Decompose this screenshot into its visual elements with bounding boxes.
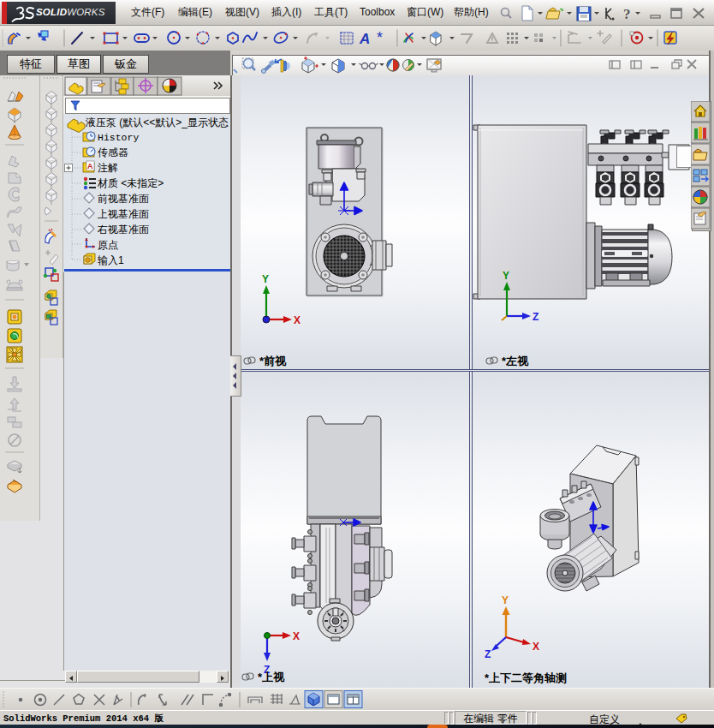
svg-text:Y: Y xyxy=(262,273,269,285)
svg-text:输入1: 输入1 xyxy=(98,254,124,266)
svg-text:*上视: *上视 xyxy=(258,671,285,683)
svg-text:X: X xyxy=(533,641,539,653)
svg-text:液压泵 (默认<<默认>_显示状态: 液压泵 (默认<<默认>_显示状态 xyxy=(85,116,229,128)
svg-text:传感器: 传感器 xyxy=(98,146,128,158)
svg-text:X: X xyxy=(294,314,300,326)
svg-text:A: A xyxy=(87,162,93,170)
svg-text:原点: 原点 xyxy=(98,239,118,251)
svg-text:History: History xyxy=(98,132,139,143)
svg-text:*前视: *前视 xyxy=(259,355,287,367)
svg-text:X: X xyxy=(293,630,300,642)
svg-text:*左视: *左视 xyxy=(502,355,529,367)
svg-text:*: * xyxy=(377,29,383,46)
svg-text:*上下二等角轴测: *上下二等角轴测 xyxy=(485,671,567,684)
svg-text:?: ? xyxy=(623,6,631,22)
svg-text:A: A xyxy=(359,31,370,47)
svg-text:Z: Z xyxy=(485,648,491,660)
svg-text:材质 <未指定>: 材质 <未指定> xyxy=(97,177,164,189)
svg-text:右视基准面: 右视基准面 xyxy=(97,224,149,236)
svg-text:注解: 注解 xyxy=(98,162,118,174)
svg-text:前视基准面: 前视基准面 xyxy=(98,193,149,205)
svg-text:Y: Y xyxy=(502,594,509,606)
svg-text:Y: Y xyxy=(503,270,509,282)
svg-text:Z: Z xyxy=(533,311,538,323)
svg-text:上视基准面: 上视基准面 xyxy=(98,208,149,220)
